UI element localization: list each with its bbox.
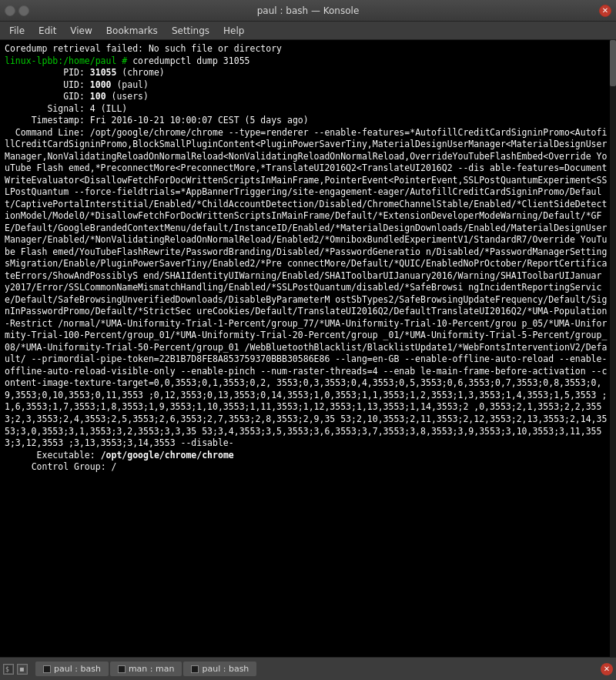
status-tab-1[interactable]: paul : bash — [35, 662, 109, 676]
terminal-area[interactable]: Coredump retrieval failed: No such file … — [0, 40, 616, 657]
svg-text:$: $ — [5, 666, 9, 673]
status-close-button[interactable]: ✕ — [601, 663, 613, 675]
new-tab-icon[interactable]: ▪ — [17, 664, 28, 675]
scrollbar-thumb[interactable] — [610, 40, 616, 86]
status-bar: $ ▪ paul : bash man : man paul : bash ✕ — [0, 657, 616, 680]
status-left: $ ▪ — [3, 664, 28, 675]
title-bar-btn-1[interactable] — [5, 5, 15, 16]
title-bar-btn-2[interactable] — [18, 5, 29, 16]
title-bar-close-button[interactable]: ✕ — [599, 5, 611, 17]
status-tab-3[interactable]: paul : bash — [183, 662, 256, 676]
tab-indicator-1 — [43, 665, 51, 673]
status-tab-label-2: man : man — [129, 664, 175, 674]
svg-text:▪: ▪ — [19, 665, 25, 673]
title-bar-left — [5, 5, 29, 16]
menu-edit[interactable]: Edit — [32, 24, 62, 38]
status-tab-2[interactable]: man : man — [110, 662, 182, 676]
scrollbar[interactable] — [610, 40, 616, 657]
menu-bar: File Edit View Bookmarks Settings Help — [0, 22, 616, 40]
status-tab-label-1: paul : bash — [54, 664, 101, 674]
tab-indicator-2 — [118, 665, 126, 673]
tab-indicator-3 — [191, 665, 199, 673]
menu-settings[interactable]: Settings — [166, 24, 216, 38]
menu-view[interactable]: View — [64, 24, 98, 38]
menu-bookmarks[interactable]: Bookmarks — [100, 24, 164, 38]
menu-help[interactable]: Help — [217, 24, 250, 38]
shell-icon: $ — [3, 664, 14, 675]
title-bar-title: paul : bash — Konsole — [257, 5, 360, 16]
menu-file[interactable]: File — [3, 24, 31, 38]
status-tab-label-3: paul : bash — [202, 664, 249, 674]
title-bar: paul : bash — Konsole ✕ — [0, 0, 616, 22]
terminal-output: Coredump retrieval failed: No such file … — [5, 43, 611, 474]
